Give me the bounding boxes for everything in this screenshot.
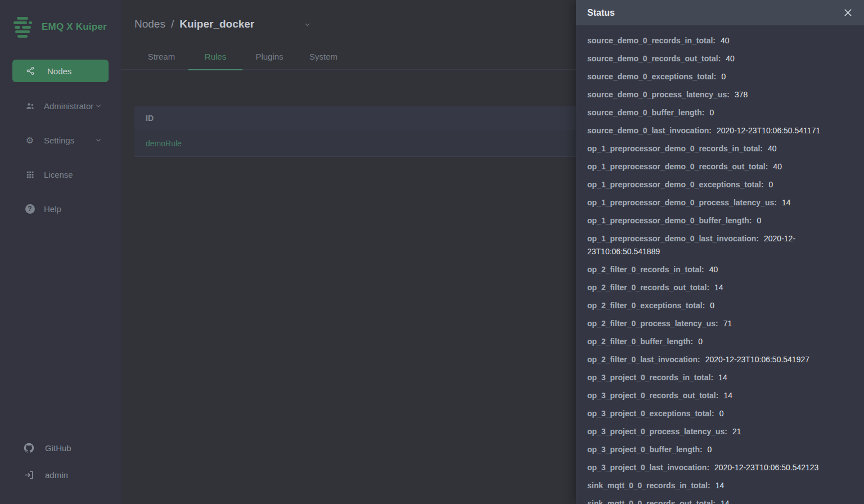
sidebar-item-administrator[interactable]: Administrator — [12, 94, 109, 117]
status-value: 14 — [714, 283, 723, 292]
status-value: 0 — [710, 108, 714, 117]
status-entry: source_demo_0_records_in_total:40 — [587, 34, 853, 47]
column-header-id: ID — [134, 114, 154, 123]
gear-icon: ⚙ — [25, 135, 35, 146]
status-value: 21 — [732, 427, 741, 436]
status-entry: source_demo_0_exceptions_total:0 — [587, 70, 853, 83]
status-drawer: Status source_demo_0_records_in_total:40… — [576, 0, 864, 504]
status-entry: op_1_preprocessor_demo_0_exceptions_tota… — [587, 178, 853, 191]
breadcrumb-separator: / — [171, 18, 174, 30]
sidebar-menu: Administrator ⚙ Settings License — [0, 94, 121, 232]
close-icon[interactable] — [843, 8, 853, 17]
github-icon — [22, 442, 35, 454]
status-key: op_2_filter_0_records_out_total: — [587, 283, 709, 292]
status-entry: op_3_project_0_last_invocation:2020-12-2… — [587, 461, 853, 474]
sidebar-item-help[interactable]: ? Help — [12, 197, 109, 220]
status-key: op_1_preprocessor_demo_0_records_in_tota… — [587, 144, 763, 153]
users-icon — [25, 101, 35, 111]
status-key: op_2_filter_0_buffer_length: — [587, 337, 693, 346]
sidebar-item-license[interactable]: License — [12, 163, 109, 186]
status-value: 14 — [718, 373, 727, 382]
chevron-down-icon — [95, 137, 102, 143]
tab[interactable]: Rules — [188, 45, 242, 69]
status-entry: source_demo_0_buffer_length:0 — [587, 106, 853, 119]
sidebar-item-github[interactable]: GitHub — [12, 436, 109, 459]
status-value: 71 — [723, 319, 732, 328]
status-key: sink_mqtt_0_0_records_in_total: — [587, 481, 710, 490]
sidebar: EMQ X Kuiper Nodes Administrator ⚙ — [0, 0, 121, 504]
status-entry: sink_mqtt_0_0_records_in_total:14 — [587, 479, 853, 492]
status-entry: op_3_project_0_process_latency_us:21 — [587, 425, 853, 438]
status-key: op_2_filter_0_process_latency_us: — [587, 319, 718, 328]
status-value: 0 — [722, 72, 726, 81]
sidebar-item-label: License — [44, 170, 73, 179]
status-entry: op_1_preprocessor_demo_0_records_in_tota… — [587, 142, 853, 155]
status-value: 2020-12-23T10:06:50.541927 — [705, 355, 809, 364]
tab[interactable]: Plugins — [242, 45, 296, 69]
sidebar-item-admin[interactable]: admin — [12, 464, 109, 486]
tab[interactable]: Stream — [134, 45, 188, 69]
breadcrumb-root[interactable]: Nodes — [134, 18, 165, 30]
footer-item-label: GitHub — [45, 443, 71, 453]
status-key: source_demo_0_buffer_length: — [587, 108, 705, 117]
status-value: 14 — [723, 391, 732, 400]
logout-icon — [22, 470, 35, 480]
status-key: op_2_filter_0_records_in_total: — [587, 265, 704, 274]
chevron-down-icon — [95, 102, 102, 109]
status-key: op_1_preprocessor_demo_0_process_latency… — [587, 198, 777, 207]
grid-icon — [25, 170, 35, 179]
status-value: 40 — [768, 144, 777, 153]
status-entry: sink_mqtt_0_0_records_out_total:14 — [587, 497, 853, 504]
chevron-down-icon[interactable] — [304, 21, 311, 28]
status-value: 378 — [735, 90, 748, 99]
status-entry: op_1_preprocessor_demo_0_records_out_tot… — [587, 160, 853, 173]
status-value: 14 — [721, 499, 730, 504]
status-value: 0 — [708, 445, 712, 454]
status-value: 40 — [721, 36, 730, 45]
status-entry: op_3_project_0_buffer_length:0 — [587, 443, 853, 456]
status-value: 14 — [716, 481, 724, 490]
status-key: op_2_filter_0_exceptions_total: — [587, 301, 705, 310]
share-nodes-icon — [26, 66, 35, 75]
status-entry: op_2_filter_0_exceptions_total:0 — [587, 299, 853, 312]
sidebar-item-label: Help — [44, 204, 61, 214]
status-value: 40 — [726, 54, 735, 63]
sidebar-item-label: Nodes — [47, 66, 71, 76]
status-entry: op_1_preprocessor_demo_0_process_latency… — [587, 196, 853, 209]
status-entry: op_2_filter_0_records_out_total:14 — [587, 281, 853, 294]
status-key: source_demo_0_process_latency_us: — [587, 90, 730, 99]
status-value: 0 — [710, 301, 714, 310]
status-key: op_3_project_0_last_invocation: — [587, 463, 709, 472]
sidebar-item-label: Administrator — [44, 101, 93, 111]
status-key: source_demo_0_exceptions_total: — [587, 72, 717, 81]
status-key: sink_mqtt_0_0_records_out_total: — [587, 499, 716, 504]
status-entry: source_demo_0_records_out_total:40 — [587, 52, 853, 65]
status-key: source_demo_0_records_in_total: — [587, 36, 716, 45]
breadcrumb-current-node[interactable]: Kuiper_docker — [179, 18, 254, 30]
sidebar-item-nodes[interactable]: Nodes — [12, 60, 109, 82]
status-key: op_3_project_0_buffer_length: — [587, 445, 703, 454]
status-list: source_demo_0_records_in_total:40source_… — [576, 25, 864, 504]
status-entry: op_2_filter_0_last_invocation:2020-12-23… — [587, 353, 853, 366]
status-entry: op_3_project_0_records_out_total:14 — [587, 389, 853, 402]
status-key: op_3_project_0_exceptions_total: — [587, 409, 714, 418]
status-key: op_3_project_0_records_in_total: — [587, 373, 713, 382]
status-value: 14 — [782, 198, 791, 207]
status-key: op_1_preprocessor_demo_0_exceptions_tota… — [587, 180, 764, 189]
status-value: 0 — [769, 180, 773, 189]
status-value: 40 — [709, 265, 718, 274]
status-key: op_2_filter_0_last_invocation: — [587, 355, 700, 364]
status-entry: op_2_filter_0_records_in_total:40 — [587, 263, 853, 276]
status-value: 2020-12-23T10:06:50.541171 — [717, 126, 820, 135]
drawer-header: Status — [576, 0, 864, 25]
status-key: op_3_project_0_records_out_total: — [587, 391, 718, 400]
status-key: source_demo_0_last_invocation: — [587, 126, 712, 135]
status-value: 0 — [698, 337, 703, 346]
tab[interactable]: System — [296, 45, 350, 69]
sidebar-item-settings[interactable]: ⚙ Settings — [12, 129, 109, 151]
status-key: source_demo_0_records_out_total: — [587, 54, 721, 63]
status-entry: op_2_filter_0_process_latency_us:71 — [587, 317, 853, 330]
status-key: op_1_preprocessor_demo_0_buffer_length: — [587, 216, 752, 225]
sidebar-footer: GitHub admin — [0, 436, 121, 504]
rule-id-link[interactable]: demoRule — [134, 139, 182, 148]
